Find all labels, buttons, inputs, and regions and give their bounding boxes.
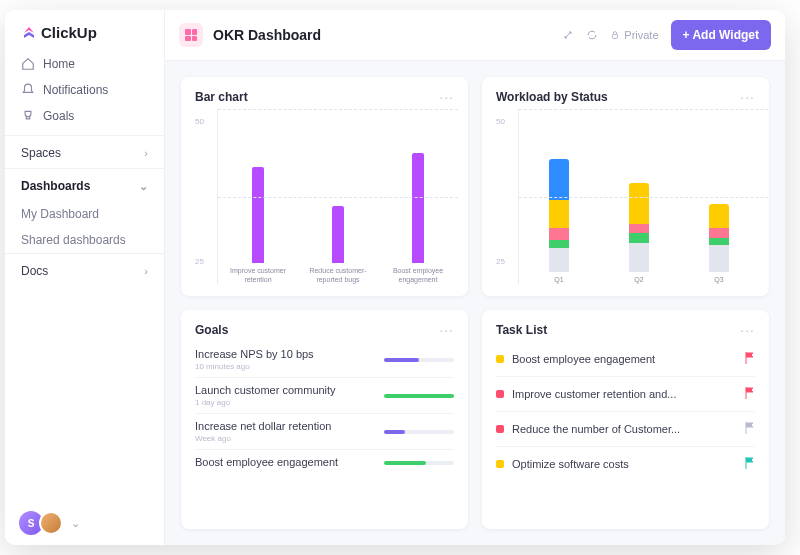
bar-segment	[549, 200, 569, 229]
goal-name: Launch customer community	[195, 384, 336, 396]
trophy-icon	[21, 109, 35, 123]
goal-row[interactable]: Increase NPS by 10 bps10 minutes ago	[195, 342, 454, 378]
goal-time: 1 day ago	[195, 398, 336, 407]
section-spaces-label: Spaces	[21, 146, 61, 160]
header-actions: Private + Add Widget	[562, 20, 771, 50]
goal-progress	[384, 461, 454, 465]
card-barchart: Bar chart ··· 5025 Improve customer rete…	[181, 77, 468, 296]
bar-label: Boost employee engagement	[378, 267, 458, 284]
bar-segment	[629, 233, 649, 243]
card-tasks-title: Task List	[496, 323, 547, 337]
section-docs[interactable]: Docs ›	[5, 253, 164, 286]
goal-row[interactable]: Boost employee engagement	[195, 450, 454, 476]
card-menu-icon[interactable]: ···	[439, 89, 454, 105]
card-goals: Goals ··· Increase NPS by 10 bps10 minut…	[181, 310, 468, 529]
bar-label: Q1	[554, 276, 563, 284]
privacy-toggle[interactable]: Private	[610, 29, 658, 41]
app-window: ClickUp Home Notifications Goals Spaces …	[5, 10, 785, 545]
chevron-down-icon: ⌄	[139, 180, 148, 193]
goal-row[interactable]: Launch customer community1 day ago	[195, 378, 454, 414]
card-workload: Workload by Status ··· 5025 Q1Q2Q3Q4	[482, 77, 769, 296]
bar-segment	[709, 238, 729, 245]
stacked-bar	[549, 159, 569, 272]
task-row[interactable]: Boost employee engagement	[496, 342, 755, 377]
bar-group: Improve customer retention	[218, 167, 298, 284]
chevron-down-icon[interactable]: ⌄	[71, 517, 80, 530]
bar-segment	[549, 248, 569, 272]
card-menu-icon[interactable]: ···	[740, 322, 755, 338]
task-row[interactable]: Reduce the number of Customer...	[496, 412, 755, 447]
bar-segment	[709, 228, 729, 238]
goals-list: Increase NPS by 10 bps10 minutes agoLaun…	[195, 342, 454, 476]
bar-label: Improve customer retention	[218, 267, 298, 284]
bar-group: Q1	[519, 159, 599, 284]
section-docs-label: Docs	[21, 264, 48, 278]
flag-icon[interactable]	[745, 350, 755, 368]
status-dot	[496, 425, 504, 433]
task-name: Reduce the number of Customer...	[512, 423, 737, 435]
flag-icon[interactable]	[745, 385, 755, 403]
sidebar-footer: S ⌄	[5, 501, 164, 545]
bar-segment	[629, 224, 649, 234]
section-dashboards-label: Dashboards	[21, 179, 90, 193]
bar	[252, 167, 264, 263]
page-title: OKR Dashboard	[213, 27, 321, 43]
section-spaces[interactable]: Spaces ›	[5, 135, 164, 168]
bar-segment	[629, 183, 649, 224]
clickup-logo-icon	[21, 25, 37, 41]
nav-notifications[interactable]: Notifications	[5, 77, 164, 103]
flag-icon[interactable]	[745, 420, 755, 438]
sidebar-item-my-dashboard[interactable]: My Dashboard	[5, 201, 164, 227]
stacked-bar	[709, 204, 729, 271]
expand-button[interactable]	[562, 29, 574, 41]
nav-home[interactable]: Home	[5, 51, 164, 77]
goal-time: 10 minutes ago	[195, 362, 314, 371]
task-row[interactable]: Optimize software costs	[496, 447, 755, 481]
goal-name: Increase net dollar retention	[195, 420, 331, 432]
goal-name: Boost employee engagement	[195, 456, 338, 468]
goal-progress	[384, 358, 454, 362]
chevron-right-icon: ›	[144, 265, 148, 277]
header: OKR Dashboard Private + Add Widget	[165, 10, 785, 61]
avatar-other[interactable]	[39, 511, 63, 535]
refresh-button[interactable]	[586, 29, 598, 41]
sidebar-nav: Home Notifications Goals	[5, 51, 164, 135]
task-name: Boost employee engagement	[512, 353, 737, 365]
barchart-plot: 5025 Improve customer retentionReduce cu…	[195, 109, 454, 284]
goal-row[interactable]: Increase net dollar retentionWeek ago	[195, 414, 454, 450]
card-goals-title: Goals	[195, 323, 228, 337]
brand-name: ClickUp	[41, 24, 97, 41]
section-dashboards[interactable]: Dashboards ⌄	[5, 168, 164, 201]
bell-icon	[21, 83, 35, 97]
nav-goals[interactable]: Goals	[5, 103, 164, 129]
add-widget-button[interactable]: + Add Widget	[671, 20, 771, 50]
task-name: Optimize software costs	[512, 458, 737, 470]
goal-name: Increase NPS by 10 bps	[195, 348, 314, 360]
flag-icon[interactable]	[745, 455, 755, 473]
bar-label: Q3	[714, 276, 723, 284]
chevron-right-icon: ›	[144, 147, 148, 159]
bar	[332, 206, 344, 264]
bar-group: Boost employee engagement	[378, 153, 458, 284]
nav-notifications-label: Notifications	[43, 83, 108, 97]
card-menu-icon[interactable]: ···	[439, 322, 454, 338]
status-dot	[496, 355, 504, 363]
sidebar-item-shared-dashboards[interactable]: Shared dashboards	[5, 227, 164, 253]
task-row[interactable]: Improve customer retention and...	[496, 377, 755, 412]
bar-group: Q2	[599, 183, 679, 284]
card-workload-title: Workload by Status	[496, 90, 608, 104]
card-tasks: Task List ··· Boost employee engagementI…	[482, 310, 769, 529]
expand-icon	[562, 29, 574, 41]
lock-icon	[610, 30, 620, 40]
status-dot	[496, 460, 504, 468]
y-axis: 5025	[496, 117, 514, 266]
bar-segment	[549, 228, 569, 240]
card-barchart-title: Bar chart	[195, 90, 248, 104]
goal-time: Week ago	[195, 434, 331, 443]
tasks-list: Boost employee engagementImprove custome…	[496, 342, 755, 481]
bar-label: Reduce customer-reported bugs	[298, 267, 378, 284]
bar	[412, 153, 424, 263]
nav-home-label: Home	[43, 57, 75, 71]
card-menu-icon[interactable]: ···	[740, 89, 755, 105]
bar-segment	[549, 159, 569, 200]
